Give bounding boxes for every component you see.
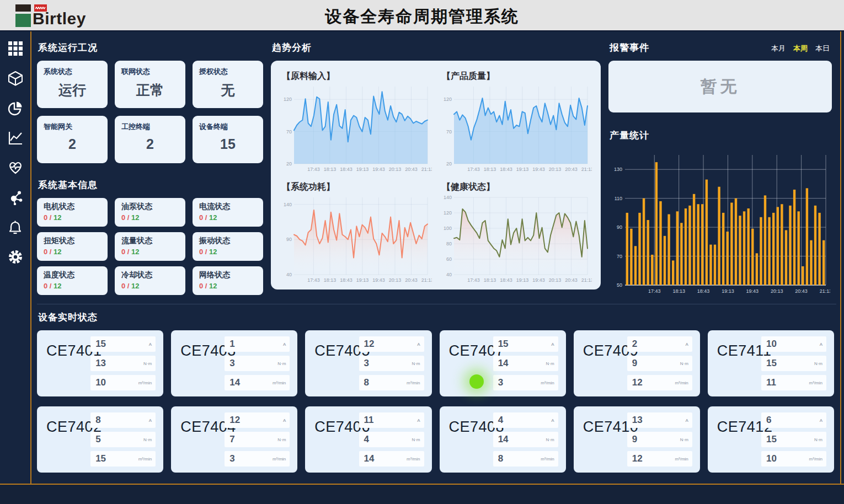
svg-text:70: 70 (446, 129, 452, 135)
alarm-empty-text: 暂无 (701, 76, 740, 98)
device-reading-value: 4 (498, 415, 503, 426)
device-reading-unit: m³/min (407, 380, 420, 385)
device-reading-value: 8 (364, 377, 369, 388)
device-card-CE7401[interactable]: CE740115A13N·m10m³/min (37, 330, 163, 396)
status-card-label: 授权状态 (199, 67, 257, 77)
line-chart-icon[interactable] (7, 130, 24, 146)
info-card-电流状态: 电流状态0 / 12 (193, 198, 263, 227)
alarm-empty-card: 暂无 (608, 61, 832, 112)
device-reading-row: 10m³/min (761, 451, 826, 467)
device-reading-row: 15A (90, 336, 156, 352)
device-reading-value: 14 (498, 358, 509, 369)
device-card-CE7411[interactable]: CE741110A15N·m11m³/min (708, 330, 834, 396)
device-reading-unit: N·m (143, 361, 152, 366)
device-reading-row: 3m³/min (493, 375, 558, 390)
status-card-value: 2 (44, 136, 101, 152)
device-reading-row: 7N·m (225, 432, 290, 447)
device-reading-row: 14N·m (493, 356, 558, 371)
device-reading-value: 12 (632, 377, 643, 388)
device-card-CE7407[interactable]: CE740715A14N·m3m³/min (440, 330, 566, 396)
count-separator: / (125, 248, 131, 256)
device-reading-value: 10 (766, 339, 777, 350)
device-card-CE7406[interactable]: CE740611A4N·m14m³/min (305, 406, 431, 473)
device-reading-unit: A (685, 418, 688, 423)
svg-text:19:43: 19:43 (372, 277, 385, 283)
info-card-count: 0 / 12 (199, 282, 257, 290)
info-card-count: 0 / 12 (199, 248, 257, 256)
system-status-title: 系统运行工况 (38, 41, 263, 54)
svg-text:17:43: 17:43 (648, 288, 661, 294)
device-reading-row: 12A (225, 412, 290, 428)
info-card-扭矩状态: 扭矩状态0 / 12 (37, 232, 108, 261)
alarm-tab-本周[interactable]: 本周 (793, 44, 808, 53)
apps-grid-icon[interactable] (7, 40, 24, 57)
svg-text:19:13: 19:13 (356, 277, 369, 283)
status-card-label: 智能网关 (44, 122, 101, 132)
gear-icon[interactable] (7, 249, 24, 265)
info-card-温度状态: 温度状态0 / 12 (37, 266, 108, 295)
system-info-grid: 电机状态0 / 12油泵状态0 / 12电流状态0 / 12扭矩状态0 / 12… (37, 198, 263, 295)
device-card-CE7403[interactable]: CE74031A3N·m14m³/min (171, 330, 297, 396)
svg-text:110: 110 (615, 196, 622, 201)
trend-panel: 【原料输入】 17:4318:1318:4319:1319:4320:1320:… (271, 61, 601, 289)
svg-text:40: 40 (446, 272, 452, 277)
svg-text:140: 140 (284, 202, 292, 207)
device-readings: 13A9N·m12m³/min (627, 412, 692, 467)
sidebar-nav (0, 31, 31, 484)
device-reading-row: 13A (627, 412, 692, 428)
device-reading-value: 6 (766, 415, 771, 426)
count-separator: / (47, 213, 54, 222)
page-title: 设备全寿命周期管理系统 (0, 6, 844, 28)
device-card-CE7404[interactable]: CE740412A7N·m3m³/min (171, 406, 297, 473)
alarm-tab-本月[interactable]: 本月 (771, 44, 786, 53)
device-reading-row: 8A (90, 412, 156, 428)
info-card-冷却状态: 冷却状态0 / 12 (115, 266, 185, 295)
chart-power-usage-plot: 17:4318:1318:4319:1319:4320:1320:4321:13… (280, 193, 432, 285)
bell-icon[interactable] (7, 219, 24, 235)
device-reading-unit: m³/min (675, 380, 688, 385)
total-count: 12 (209, 282, 217, 290)
status-card-设备终端: 设备终端15 (193, 116, 263, 163)
device-running-indicator (469, 374, 484, 389)
info-card-count: 0 / 12 (44, 282, 101, 290)
svg-text:120: 120 (284, 96, 292, 102)
device-reading-row: 2A (627, 336, 692, 352)
device-reading-unit: N·m (546, 361, 554, 366)
device-reading-unit: N·m (814, 437, 822, 442)
device-reading-row: 14N·m (493, 432, 558, 447)
device-card-CE7402[interactable]: CE74028A5N·m15m³/min (37, 406, 163, 473)
count-separator: / (125, 282, 131, 290)
device-card-CE7405[interactable]: CE740512A3N·m8m³/min (305, 330, 431, 396)
device-card-CE7410[interactable]: CE741013A9N·m12m³/min (574, 406, 700, 473)
device-reading-row: 11A (359, 412, 424, 428)
device-reading-unit: m³/min (273, 380, 286, 385)
alarm-tab-本日[interactable]: 本日 (815, 44, 830, 53)
device-reading-unit: A (417, 418, 420, 423)
device-card-CE7412[interactable]: CE74126A15N·m10m³/min (708, 406, 834, 473)
device-reading-unit: N·m (277, 437, 286, 442)
info-card-label: 网络状态 (199, 270, 257, 280)
device-card-CE7408[interactable]: CE74084A14N·m8m³/min (440, 406, 566, 473)
pie-chart-icon[interactable] (7, 100, 24, 116)
info-card-label: 电流状态 (199, 202, 257, 212)
system-status-grid: 系统状态运行联网状态正常授权状态无智能网关2工控终端2设备终端15 (37, 61, 263, 163)
health-pulse-icon[interactable] (7, 159, 24, 176)
svg-text:21:13: 21:13 (421, 167, 432, 172)
molecule-icon[interactable] (7, 189, 24, 206)
header-bar: Birtley 设备全寿命周期管理系统 (0, 0, 844, 31)
device-reading-value: 15 (95, 339, 106, 350)
panel-trend: 趋势分析 【原料输入】 17:4318:1318:4319:1319:4320:… (271, 38, 601, 298)
svg-text:70: 70 (286, 129, 292, 135)
svg-text:120: 120 (444, 210, 452, 216)
device-reading-value: 2 (632, 339, 637, 350)
device-reading-row: 8m³/min (359, 375, 424, 390)
main-content: 系统运行工况 系统状态运行联网状态正常授权状态无智能网关2工控终端2设备终端15… (31, 31, 844, 484)
device-card-CE7409[interactable]: CE74092A9N·m12m³/min (574, 330, 700, 396)
device-reading-row: 9N·m (627, 356, 692, 371)
device-reading-row: 3m³/min (225, 451, 290, 467)
info-card-count: 0 / 12 (121, 282, 179, 290)
status-card-label: 设备终端 (199, 122, 257, 132)
svg-text:18:43: 18:43 (340, 167, 352, 172)
cube-3d-icon[interactable] (7, 70, 24, 87)
status-card-value: 无 (199, 81, 257, 99)
